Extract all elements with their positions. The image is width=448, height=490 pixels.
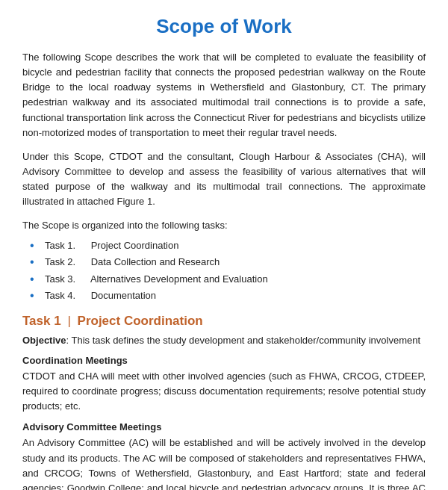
- task-label: Task 3.: [45, 272, 88, 287]
- coordination-meetings-section: Coordination Meetings CTDOT and CHA will…: [22, 355, 426, 414]
- task-name: Documentation: [91, 290, 156, 301]
- task1-section: Task 1 | Project Coordination Objective:…: [22, 314, 426, 490]
- advisory-committee-section: Advisory Committee Meetings An Advisory …: [22, 421, 426, 490]
- advisory-committee-heading: Advisory Committee Meetings: [22, 421, 426, 432]
- task1-objective: Objective: This task defines the study d…: [22, 333, 426, 348]
- scope-list-intro: The Scope is organized into the followin…: [22, 218, 426, 233]
- task-label: Task 1.: [45, 238, 88, 253]
- task1-title: Project Coordination: [78, 314, 203, 328]
- list-item: Task 4. Documentation: [37, 288, 426, 303]
- task1-number: Task 1: [22, 314, 61, 328]
- objective-label: Objective: [22, 335, 66, 346]
- task-label: Task 4.: [45, 288, 88, 303]
- intro-paragraph-1: The following Scope describes the work t…: [22, 50, 426, 140]
- list-item: Task 3. Alternatives Development and Eva…: [37, 272, 426, 287]
- pipe-divider: |: [67, 314, 74, 328]
- list-item: Task 2. Data Collection and Research: [37, 255, 426, 270]
- task-name: Alternatives Development and Evaluation: [90, 273, 268, 285]
- coordination-meetings-body: CTDOT and CHA will meet with other invol…: [22, 369, 426, 414]
- coordination-meetings-heading: Coordination Meetings: [22, 355, 426, 366]
- task-name: Project Coordination: [91, 240, 179, 251]
- objective-text: : This task defines the study developmen…: [66, 335, 421, 346]
- page-title: Scope of Work: [22, 15, 426, 38]
- task1-heading: Task 1 | Project Coordination: [22, 314, 426, 329]
- list-item: Task 1. Project Coordination: [37, 238, 426, 253]
- task-name: Data Collection and Research: [91, 256, 220, 267]
- intro-paragraph-2: Under this Scope, CTDOT and the consulta…: [22, 149, 426, 210]
- task-label: Task 2.: [45, 255, 88, 270]
- task-overview-list: Task 1. Project Coordination Task 2. Dat…: [37, 238, 426, 303]
- advisory-committee-body: An Advisory Committee (AC) will be estab…: [22, 435, 426, 490]
